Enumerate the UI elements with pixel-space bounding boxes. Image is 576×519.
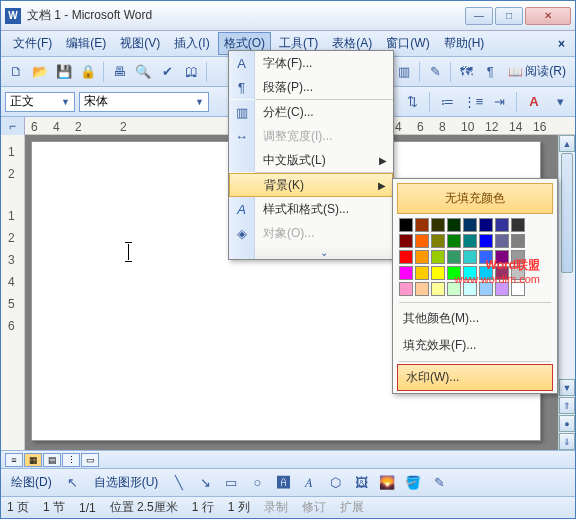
open-icon[interactable]: 📂 bbox=[29, 61, 51, 83]
rectangle-icon[interactable]: ▭ bbox=[220, 472, 242, 494]
close-button[interactable]: ✕ bbox=[525, 7, 571, 25]
color-swatch[interactable] bbox=[431, 234, 445, 248]
more-colors-item[interactable]: 其他颜色(M)... bbox=[393, 305, 557, 332]
color-swatch[interactable] bbox=[463, 218, 477, 232]
indent-icon[interactable]: ⇥ bbox=[488, 91, 510, 113]
color-swatch[interactable] bbox=[415, 234, 429, 248]
color-swatch[interactable] bbox=[431, 266, 445, 280]
normal-view-button[interactable]: ≡ bbox=[5, 453, 23, 467]
showmarks-icon[interactable]: ¶ bbox=[479, 61, 501, 83]
reading-view-button[interactable]: ▭ bbox=[81, 453, 99, 467]
status-extend[interactable]: 扩展 bbox=[340, 499, 364, 516]
more-icon[interactable]: ▾ bbox=[549, 91, 571, 113]
color-swatch[interactable] bbox=[399, 282, 413, 296]
menu-edit[interactable]: 编辑(E) bbox=[60, 32, 112, 55]
scroll-thumb[interactable] bbox=[561, 153, 573, 273]
separator bbox=[399, 302, 551, 303]
menu-paragraph[interactable]: ¶ 段落(P)... bbox=[229, 75, 393, 99]
color-swatch[interactable] bbox=[495, 218, 509, 232]
spellcheck-icon[interactable]: ✔ bbox=[156, 61, 178, 83]
picture-icon[interactable]: 🌄 bbox=[376, 472, 398, 494]
text-cursor bbox=[128, 244, 129, 260]
menu-asian-layout[interactable]: 中文版式(L) ▶ bbox=[229, 148, 393, 172]
draw-menu[interactable]: 绘图(D) bbox=[5, 471, 58, 494]
drawing-icon[interactable]: ✎ bbox=[424, 61, 446, 83]
prev-page-icon[interactable]: ⇑ bbox=[559, 397, 575, 414]
status-revise[interactable]: 修订 bbox=[302, 499, 326, 516]
select-arrow-icon[interactable]: ↖ bbox=[62, 472, 84, 494]
menu-help[interactable]: 帮助(H) bbox=[438, 32, 491, 55]
clipart-icon[interactable]: 🖼 bbox=[350, 472, 372, 494]
columns-icon[interactable]: ▥ bbox=[393, 61, 415, 83]
numbered-list-icon[interactable]: ≔ bbox=[436, 91, 458, 113]
object-icon: ◈ bbox=[229, 221, 255, 245]
color-swatch[interactable] bbox=[399, 250, 413, 264]
color-swatch[interactable] bbox=[479, 218, 493, 232]
web-layout-button[interactable]: ▤ bbox=[43, 453, 61, 467]
color-swatch[interactable] bbox=[495, 234, 509, 248]
wordart-icon[interactable]: 𝐴 bbox=[298, 472, 320, 494]
menu-insert[interactable]: 插入(I) bbox=[168, 32, 215, 55]
save-icon[interactable]: 💾 bbox=[53, 61, 75, 83]
preview-icon[interactable]: 🔍 bbox=[132, 61, 154, 83]
oval-icon[interactable]: ○ bbox=[246, 472, 268, 494]
minimize-button[interactable]: ― bbox=[465, 7, 493, 25]
textbox-icon[interactable]: 🅰 bbox=[272, 472, 294, 494]
menu-file[interactable]: 文件(F) bbox=[7, 32, 58, 55]
permission-icon[interactable]: 🔒 bbox=[77, 61, 99, 83]
color-swatch[interactable] bbox=[399, 234, 413, 248]
color-swatch[interactable] bbox=[415, 266, 429, 280]
menu-styles[interactable]: A 样式和格式(S)... bbox=[229, 197, 393, 221]
status-record[interactable]: 录制 bbox=[264, 499, 288, 516]
color-swatch[interactable] bbox=[415, 218, 429, 232]
arrow-icon[interactable]: ↘ bbox=[194, 472, 216, 494]
color-swatch[interactable] bbox=[431, 218, 445, 232]
color-swatch[interactable] bbox=[431, 282, 445, 296]
color-swatch[interactable] bbox=[415, 282, 429, 296]
docmap-icon[interactable]: 🗺 bbox=[455, 61, 477, 83]
menu-columns[interactable]: ▥ 分栏(C)... bbox=[229, 100, 393, 124]
print-icon[interactable]: 🖶 bbox=[108, 61, 130, 83]
read-mode-button[interactable]: 📖 阅读(R) bbox=[503, 61, 571, 83]
browse-object-icon[interactable]: ● bbox=[559, 415, 575, 432]
color-swatch[interactable] bbox=[479, 234, 493, 248]
scroll-up-icon[interactable]: ▲ bbox=[559, 135, 575, 152]
menu-view[interactable]: 视图(V) bbox=[114, 32, 166, 55]
line-spacing-icon[interactable]: ⇅ bbox=[401, 91, 423, 113]
color-swatch[interactable] bbox=[511, 234, 525, 248]
font-color-icon[interactable]: A bbox=[523, 91, 545, 113]
linecolor-icon[interactable]: ✎ bbox=[428, 472, 450, 494]
menu-expand[interactable]: ⌄ bbox=[229, 245, 393, 259]
new-doc-icon[interactable]: 🗋 bbox=[5, 61, 27, 83]
color-swatch[interactable] bbox=[511, 218, 525, 232]
diagram-icon[interactable]: ⬡ bbox=[324, 472, 346, 494]
autoshapes-menu[interactable]: 自选图形(U) bbox=[88, 471, 165, 494]
menu-background[interactable]: 背景(K) ▶ bbox=[229, 173, 393, 197]
print-layout-button[interactable]: ▦ bbox=[24, 453, 42, 467]
outline-view-button[interactable]: ⋮ bbox=[62, 453, 80, 467]
menu-font[interactable]: A 字体(F)... bbox=[229, 51, 393, 75]
research-icon[interactable]: 🕮 bbox=[180, 61, 202, 83]
style-combo[interactable]: 正文 ▼ bbox=[5, 92, 75, 112]
fillcolor-icon[interactable]: 🪣 bbox=[402, 472, 424, 494]
color-swatch[interactable] bbox=[399, 266, 413, 280]
color-swatch[interactable] bbox=[463, 234, 477, 248]
no-fill-button[interactable]: 无填充颜色 bbox=[397, 183, 553, 214]
color-swatch[interactable] bbox=[415, 250, 429, 264]
next-page-icon[interactable]: ⇓ bbox=[559, 433, 575, 450]
doc-close-button[interactable]: × bbox=[554, 37, 569, 51]
fill-effects-item[interactable]: 填充效果(F)... bbox=[393, 332, 557, 359]
vertical-scrollbar[interactable]: ▲ ▼ ⇑ ● ⇓ bbox=[558, 135, 575, 450]
color-swatch[interactable] bbox=[399, 218, 413, 232]
color-swatch[interactable] bbox=[447, 234, 461, 248]
line-icon[interactable]: ╲ bbox=[168, 472, 190, 494]
maximize-button[interactable]: □ bbox=[495, 7, 523, 25]
color-swatch[interactable] bbox=[431, 250, 445, 264]
watermark-item[interactable]: 水印(W)... bbox=[397, 364, 553, 391]
separator bbox=[450, 62, 451, 82]
color-swatch[interactable] bbox=[447, 218, 461, 232]
scroll-down-icon[interactable]: ▼ bbox=[559, 379, 575, 396]
font-combo[interactable]: 宋体 ▼ bbox=[79, 92, 209, 112]
bullet-list-icon[interactable]: ⋮≡ bbox=[462, 91, 484, 113]
vertical-ruler[interactable]: 1 2 1 2 3 4 5 6 bbox=[1, 135, 25, 450]
